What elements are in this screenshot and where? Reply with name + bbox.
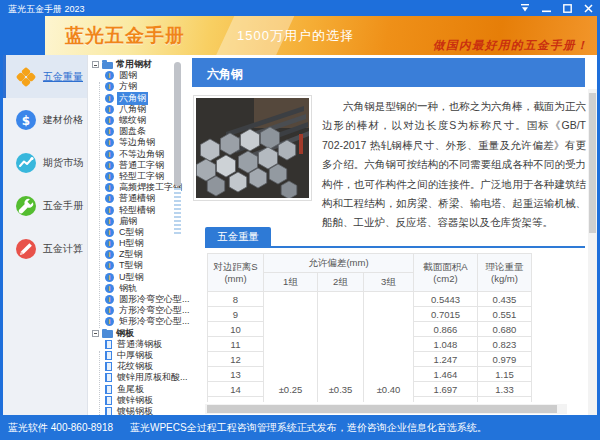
plate-icon: [105, 340, 112, 349]
table-cell: [318, 337, 364, 352]
plate-icon: [105, 351, 112, 360]
dollar-icon: $: [16, 110, 36, 130]
table-cell: [264, 367, 318, 382]
spec-table-wrap: 对边距离S(mm)允许偏差(mm)截面面积A(cm2)理论重量(kg/m)1组2…: [207, 253, 537, 402]
table-row: [208, 397, 532, 403]
category-tree: 常用钢材i圆钢i方钢i六角钢i八角钢i螺纹钢i圆盘条i等边角钢i不等边角钢i普通…: [92, 59, 178, 415]
folder-icon: [102, 60, 113, 69]
status-company: 蓝光软件 400-860-8918: [8, 421, 113, 435]
sidebar: 五金重量$建材价格期货市场五金手册五金计算: [3, 55, 88, 415]
table-cell: [264, 307, 318, 322]
table-header-row: 对边距离S(mm)允许偏差(mm)截面面积A(cm2)理论重量(kg/m): [208, 254, 532, 273]
plate-icon: [105, 407, 112, 415]
folder-icon: [102, 329, 113, 338]
sidebar-item-5[interactable]: 五金计算: [3, 227, 87, 270]
table-cell: 12: [208, 352, 264, 367]
table-cell: [364, 352, 414, 367]
table-cell: [264, 322, 318, 337]
table-cell: 0.5443: [414, 292, 478, 307]
table-header-cell: 3组: [364, 273, 414, 292]
sidebar-item-4[interactable]: 五金手册: [3, 184, 87, 227]
info-icon: i: [105, 239, 114, 248]
horizontal-scrollbar[interactable]: [205, 404, 567, 414]
window-title: 蓝光五金手册 2023: [8, 3, 85, 16]
table-cell: [414, 397, 478, 403]
table-cell: [318, 307, 364, 322]
tree-item[interactable]: 镀锡钢板: [92, 406, 178, 415]
horizontal-scrollbar-thumb[interactable]: [207, 405, 557, 413]
sidebar-item-label: 五金计算: [43, 242, 83, 256]
info-icon: i: [105, 82, 114, 91]
table-cell: 1.464: [414, 367, 478, 382]
table-cell: ±0.40: [364, 382, 414, 397]
table-cell: [364, 307, 414, 322]
table-cell: [318, 397, 364, 403]
table-row: 14±0.25±0.35±0.401.6971.33: [208, 382, 532, 397]
table-row: 131.4641.15: [208, 367, 532, 382]
vertical-scrollbar[interactable]: [588, 89, 597, 415]
banner: 蓝光五金手册 1500万用户的选择 做国内最好用的五金手册！: [45, 16, 597, 55]
table-cell: [318, 292, 364, 307]
info-icon: i: [105, 317, 114, 326]
table-cell: 0.866: [414, 322, 478, 337]
info-icon: i: [105, 217, 114, 226]
sidebar-item-label: 建材价格: [43, 113, 83, 127]
table-cell: [264, 292, 318, 307]
table-cell: 11: [208, 337, 264, 352]
tree-item[interactable]: i矩形冷弯空心型...: [92, 316, 178, 327]
collapse-icon[interactable]: [92, 61, 99, 68]
table-cell: [318, 352, 364, 367]
info-icon: i: [105, 161, 114, 170]
banner-logo: 蓝光五金手册: [65, 23, 185, 49]
table-cell: 14: [208, 382, 264, 397]
hex-steel-photo-art: [196, 98, 309, 198]
skin-menu-icon[interactable]: [519, 2, 531, 14]
status-message: 蓝光WPECS全过程工程咨询管理系统正式发布，造价咨询企业信息化首选系统。: [130, 421, 487, 435]
table-cell: [364, 367, 414, 382]
tree-item-label: 矩形冷弯空心型...: [117, 315, 190, 328]
table-header-cell: 2组: [318, 273, 364, 292]
table-row: 90.70150.551: [208, 307, 532, 322]
table-header-cell: 理论重量(kg/m): [478, 254, 532, 292]
table-cell: [318, 367, 364, 382]
description-text: 六角钢是型钢的一种，也称之为六角棒，截面为正六边形的棒材，以对边长度S为标称尺寸…: [322, 97, 586, 233]
tab-hardware-weight[interactable]: 五金重量: [205, 227, 271, 246]
table-header-cell: 对边距离S(mm): [208, 254, 264, 292]
sidebar-item-2[interactable]: $建材价格: [3, 98, 87, 141]
info-icon: i: [105, 250, 114, 259]
banner-tagline: 做国内最好用的五金手册！: [433, 38, 589, 53]
spec-table: 对边距离S(mm)允许偏差(mm)截面面积A(cm2)理论重量(kg/m)1组2…: [207, 253, 532, 402]
table-cell: 8: [208, 292, 264, 307]
minimize-button[interactable]: [540, 2, 552, 14]
table-cell: [364, 337, 414, 352]
maximize-button[interactable]: [561, 2, 573, 14]
sidebar-item-3[interactable]: 期货市场: [3, 141, 87, 184]
table-header-cell: 1组: [264, 273, 318, 292]
table-cell: [208, 397, 264, 403]
collapse-icon[interactable]: [92, 330, 99, 337]
table-header-cell: 截面面积A(cm2): [414, 254, 478, 292]
table-cell: [478, 397, 532, 403]
table-cell: 0.823: [478, 337, 532, 352]
clover-icon: [16, 67, 36, 87]
tree-scrollbar-thumb[interactable]: [174, 62, 181, 186]
sidebar-item-label: 五金重量: [43, 70, 83, 84]
table-cell: 0.680: [478, 322, 532, 337]
table-cell: [364, 397, 414, 403]
close-button[interactable]: [582, 2, 594, 14]
plate-icon: [105, 362, 112, 371]
info-icon: i: [105, 306, 114, 315]
sidebar-item-label: 五金手册: [43, 199, 83, 213]
panel-splitter-grip[interactable]: [174, 188, 181, 236]
table-cell: 13: [208, 367, 264, 382]
sidebar-item-1[interactable]: 五金重量: [3, 55, 87, 98]
pencil-icon: [16, 239, 36, 259]
svg-text:$: $: [22, 113, 30, 127]
plate-icon: [105, 385, 112, 394]
tab-underline: [205, 246, 585, 248]
info-icon: i: [105, 284, 114, 293]
info-icon: i: [105, 116, 114, 125]
vertical-scrollbar-thumb[interactable]: [589, 93, 596, 233]
table-cell: ±0.25: [264, 382, 318, 397]
table-cell: [364, 322, 414, 337]
